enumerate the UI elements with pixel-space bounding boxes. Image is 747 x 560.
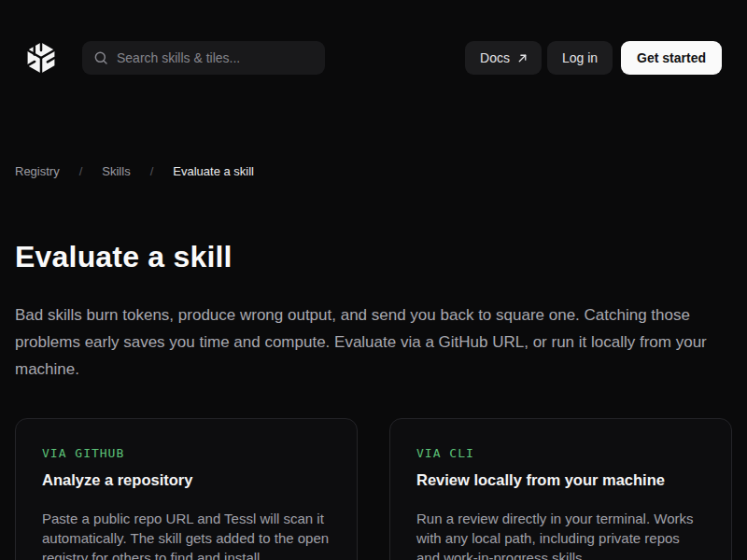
login-button-label: Log in (562, 50, 598, 65)
card-github-body: Paste a public repo URL and Tessl will s… (42, 509, 331, 560)
intro-paragraph: Bad skills burn tokens, produce wrong ou… (15, 301, 732, 383)
page-title: Evaluate a skill (15, 239, 732, 274)
docs-button-label: Docs (480, 50, 510, 65)
card-cli-tag: VIA CLI (416, 446, 705, 461)
card-cli-body: Run a review directly in your terminal. … (416, 509, 705, 560)
tessl-logo-icon[interactable] (24, 41, 58, 75)
search-input[interactable] (82, 41, 325, 75)
breadcrumb-registry[interactable]: Registry (15, 163, 60, 180)
card-github-title: Analyze a repository (42, 469, 331, 490)
external-link-arrow-icon (516, 52, 529, 64)
breadcrumb: Registry / Skills / Evaluate a skill (15, 163, 732, 180)
top-nav: Docs Log in Get started (24, 41, 722, 75)
get-started-button-label: Get started (637, 50, 706, 65)
card-via-github[interactable]: VIA GITHUB Analyze a repository Paste a … (15, 418, 358, 560)
breadcrumb-separator: / (150, 163, 154, 180)
main-content: Evaluate a skill Bad skills burn tokens,… (0, 239, 747, 560)
get-started-button[interactable]: Get started (621, 41, 722, 75)
card-github-tag: VIA GITHUB (42, 446, 331, 461)
card-via-cli[interactable]: VIA CLI Review locally from your machine… (389, 418, 732, 560)
search-icon (93, 50, 108, 65)
breadcrumb-current-page: Evaluate a skill (173, 163, 254, 180)
option-cards: VIA GITHUB Analyze a repository Paste a … (15, 418, 732, 560)
docs-button[interactable]: Docs (465, 41, 542, 75)
search-field[interactable] (117, 50, 314, 65)
card-cli-title: Review locally from your machine (416, 469, 705, 490)
breadcrumb-skills[interactable]: Skills (102, 163, 130, 180)
breadcrumb-separator: / (79, 163, 83, 180)
login-button[interactable]: Log in (547, 41, 613, 75)
